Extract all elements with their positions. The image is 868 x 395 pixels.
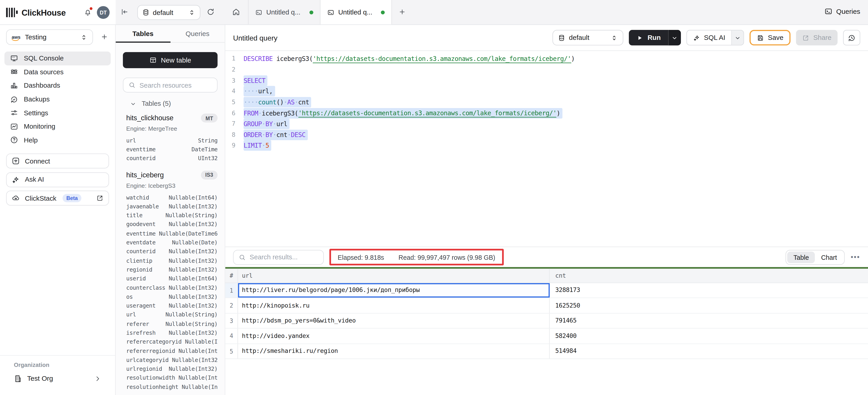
new-table-button[interactable]: New table (123, 52, 217, 68)
table-row[interactable]: 2http://kinopoisk.ru1625250 (225, 298, 868, 313)
table-row[interactable]: 5http://smeshariki.ru/region514984 (225, 344, 868, 359)
token: () (276, 98, 283, 106)
schema-column: eventdateNullable(Date) (126, 238, 218, 247)
clickhouse-logo-icon (6, 7, 18, 17)
refresh-button[interactable] (207, 8, 215, 16)
results-more-button[interactable]: ••• (851, 253, 860, 261)
sidebar-item-sql-console[interactable]: SQL Console (4, 52, 111, 65)
external-link-icon[interactable] (96, 195, 104, 202)
cnt-cell[interactable]: 1625250 (550, 298, 868, 313)
code-line[interactable]: 2 (225, 64, 868, 75)
organization-switcher[interactable]: Test Org (14, 371, 101, 386)
clickstack-button[interactable]: ClickStack Beta (6, 191, 109, 206)
token: ···· (244, 98, 258, 106)
sql-editor[interactable]: 1DESCRIBE icebergS3('https://datasets-do… (225, 51, 868, 247)
url-cell[interactable]: http://liver.ru/belgorod/page/1006.jки/д… (238, 283, 550, 298)
tables-group-header[interactable]: Tables (5) (130, 100, 218, 107)
token: GROUP (244, 120, 261, 128)
search-resources-input[interactable] (140, 81, 212, 89)
code-line[interactable]: 8ORDER·BY·cnt·DESC (225, 129, 868, 140)
collapse-sidebar-button[interactable] (120, 8, 128, 16)
code-line[interactable]: 7GROUP·BY·url (225, 118, 868, 129)
code-line[interactable]: 6FROM·icebergS3('https://datasets-docume… (225, 108, 868, 118)
sidebar-item-settings[interactable]: Settings (4, 106, 111, 120)
sql-ai-label: SQL AI (704, 34, 725, 41)
sidebar-item-monitoring[interactable]: Monitoring (4, 120, 111, 133)
run-options-button[interactable] (668, 30, 681, 46)
header-cnt[interactable]: cnt (550, 269, 868, 282)
sidebar-item-help[interactable]: Help (4, 133, 111, 147)
notifications-button[interactable] (84, 8, 92, 16)
table-row[interactable]: 1http://liver.ru/belgorod/page/1006.jки/… (225, 283, 868, 298)
sidebar-item-data-sources[interactable]: Data sources (4, 65, 111, 79)
sql-ai-button[interactable]: SQL AI (687, 31, 731, 45)
cnt-cell[interactable]: 791465 (550, 313, 868, 328)
ask-ai-button[interactable]: Ask AI (6, 172, 109, 187)
code-line[interactable]: 1DESCRIBE icebergS3('https://datasets-do… (225, 53, 868, 64)
header-url[interactable]: url (238, 269, 550, 282)
column-name: os (126, 293, 133, 300)
run-button[interactable]: Run (629, 30, 668, 46)
column-name: resolutionheight (126, 384, 178, 390)
editor-database-selector[interactable]: default (552, 30, 623, 46)
query-tab-1[interactable]: Untitled q... (248, 0, 320, 25)
home-button[interactable] (232, 8, 240, 16)
results-table-body: 1http://liver.ru/belgorod/page/1006.jки/… (225, 283, 868, 359)
cnt-cell[interactable]: 514984 (550, 344, 868, 359)
top-bar: ClickHouse DT default Untitled q... (0, 0, 868, 25)
refresh-icon (207, 8, 215, 16)
workspace-selector[interactable]: aws Testing (6, 29, 93, 45)
database-selector[interactable]: default (137, 5, 200, 20)
search-resources[interactable] (123, 78, 217, 93)
column-name: userid (126, 275, 146, 282)
sidebar-item-label: Monitoring (24, 122, 55, 130)
search-results[interactable] (233, 250, 324, 264)
cloud-icon (11, 194, 20, 202)
selection-highlight: ····count()·AS·cnt (244, 97, 311, 107)
query-tab-2-active[interactable]: Untitled q... (320, 0, 392, 25)
table-row[interactable]: 3http://bdsm_po_yers=0&with_video791465 (225, 313, 868, 329)
database-icon (558, 34, 565, 41)
code-line[interactable]: 4····url, (225, 86, 868, 97)
table-row[interactable]: 4http://video.yandex582400 (225, 329, 868, 344)
token: SELECT (244, 77, 266, 84)
url-cell[interactable]: http://video.yandex (238, 329, 550, 343)
code-line[interactable]: 3SELECT (225, 75, 868, 86)
sidebar-item-dashboards[interactable]: Dashboards (4, 79, 111, 92)
query-title[interactable]: Untitled query (233, 34, 277, 42)
sparkles-icon (693, 34, 700, 41)
view-table-segment[interactable]: Table (787, 251, 815, 263)
beta-badge: Beta (62, 194, 82, 202)
organization-label: Organization (14, 361, 49, 368)
code-line[interactable]: 9LIMIT·5 (225, 140, 868, 151)
column-type: Nullable(String) (165, 321, 217, 327)
avatar[interactable]: DT (97, 6, 110, 19)
sql-ai-options-button[interactable] (731, 31, 744, 45)
connect-button[interactable]: Connect (6, 153, 109, 169)
query-toolbar: Untitled query default Run (225, 25, 868, 51)
query-history-button[interactable] (843, 30, 860, 46)
sidebar-item-label: Data sources (24, 68, 64, 76)
queries-button[interactable]: Queries (824, 7, 860, 16)
add-workspace-button[interactable] (101, 33, 108, 40)
save-button[interactable]: Save (750, 30, 790, 46)
code-line[interactable]: 5····count()·AS·cnt (225, 97, 868, 108)
line-number: 8 (225, 131, 240, 138)
url-cell[interactable]: http://smeshariki.ru/region (238, 344, 550, 359)
share-button-disabled[interactable]: Share (796, 30, 837, 46)
column-type: Nullable(Int32) (169, 366, 218, 372)
new-tab-button[interactable] (399, 8, 406, 16)
help-icon (10, 136, 18, 144)
url-cell[interactable]: http://bdsm_po_yers=0&with_video (238, 313, 550, 328)
search-results-input[interactable] (250, 253, 318, 261)
cnt-cell[interactable]: 582400 (550, 329, 868, 343)
url-cell[interactable]: http://kinopoisk.ru (238, 298, 550, 313)
table-entry-hits-iceberg[interactable]: hits_iceberg IS3 (126, 171, 218, 179)
cnt-cell[interactable]: 3288173 (550, 283, 868, 298)
sidebar-item-backups[interactable]: Backups (4, 92, 111, 106)
view-chart-segment[interactable]: Chart (815, 251, 843, 263)
tab-queries[interactable]: Queries (170, 25, 225, 42)
tab-tables[interactable]: Tables (116, 25, 170, 42)
table-entry-hits-clickhouse[interactable]: hits_clickhouse MT (126, 114, 218, 122)
run-button-group: Run (629, 30, 681, 46)
